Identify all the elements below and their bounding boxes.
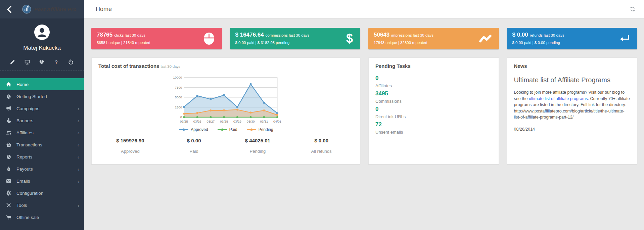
legend-marker-icon: [217, 128, 228, 131]
summary-value: $ 159976.90: [98, 138, 162, 143]
sidebar-item-label: Home: [16, 82, 29, 87]
pencil-icon: [10, 59, 15, 65]
task-count-affiliates[interactable]: 0: [375, 74, 492, 82]
users-icon: [6, 130, 11, 135]
stat-label: impressions last 30 days: [391, 33, 433, 37]
sidebar-item-reports[interactable]: Reports‹: [0, 151, 84, 163]
transactions-chart: 02500500075001000003/2503/2603/2703/2803…: [171, 76, 281, 132]
sidebar-item-transactions[interactable]: Transactions‹: [0, 139, 84, 151]
svg-text:03/28: 03/28: [220, 120, 228, 123]
sidebar-item-tools[interactable]: Tools‹: [0, 199, 84, 211]
svg-text:03/26: 03/26: [193, 120, 201, 123]
user-profile: Matej Kukucka: [0, 18, 84, 52]
svg-text:2500: 2500: [175, 105, 182, 109]
user-avatar: [34, 25, 50, 40]
person-icon: [34, 25, 50, 40]
svg-text:03/31: 03/31: [260, 120, 268, 123]
sidebar-item-affiliates[interactable]: Affiliates‹: [0, 127, 84, 139]
sidebar-item-label: Banners: [16, 118, 33, 123]
news-title: News: [514, 63, 631, 69]
stat-subtext: $ 0.00 paid | $ 0.00 pending: [512, 41, 632, 45]
heartbeat-button[interactable]: [39, 59, 45, 65]
news-date: 08/26/2014: [514, 127, 631, 132]
stat-value: $ 0.00: [512, 32, 528, 38]
stopwatch-icon: [6, 94, 11, 99]
sidebar-nav: HomeGetting StartedCampaigns‹Banners‹Aff…: [0, 78, 84, 223]
stat-label: clicks last 30 days: [114, 33, 145, 37]
monitor-icon: [25, 59, 30, 65]
chart-summary: $ 159976.90Approved$ 0.00Paid$ 44025.01P…: [98, 138, 353, 158]
tools-icon: [6, 202, 11, 208]
sidebar-item-banners[interactable]: Banners‹: [0, 114, 84, 127]
user-name: Matej Kukucka: [0, 44, 84, 52]
task-label: DirecLink URLs: [375, 113, 492, 121]
svg-text:03/30: 03/30: [246, 120, 255, 123]
task-label: Unsent emails: [375, 128, 492, 136]
sidebar-item-emails[interactable]: Emails‹: [0, 175, 84, 187]
stat-cards-row: 78765clicks last 30 days56581 unique | 2…: [91, 28, 637, 49]
pending-tasks-card: Pending Tasks 0Affiliates3495Commissions…: [368, 57, 499, 164]
news-card: News Ultimate list of Affiliate Programs…: [507, 57, 638, 164]
summary-paid: $ 0.00Paid: [162, 138, 226, 154]
app-logo-icon: [22, 5, 31, 14]
monitor-button[interactable]: [24, 59, 30, 65]
legend-marker-icon: [246, 128, 257, 131]
task-count-commissions[interactable]: 3495: [375, 90, 492, 97]
stat-card-commissions: $ 16476.64commissions last 30 days$ 0.00…: [230, 28, 361, 49]
summary-value: $ 0.00: [289, 138, 353, 143]
news-link[interactable]: ultimate list of affiliate programs: [529, 96, 588, 101]
refresh-icon: [630, 6, 635, 12]
main-content: 78765clicks last 30 days56581 unique | 2…: [84, 18, 644, 230]
svg-text:03/25: 03/25: [180, 120, 188, 123]
summary-label: Approved: [98, 149, 162, 154]
sidebar-divider: [0, 71, 84, 71]
legend-item-paid: Paid: [217, 127, 237, 132]
legend-marker-icon: [178, 128, 189, 131]
trend-line-icon: [479, 35, 492, 43]
news-article-title: Ultimate list of Affiliate Programs: [514, 76, 631, 84]
widgets-row: Total cost of transactionslast 30 days 0…: [91, 57, 637, 164]
svg-text:0: 0: [180, 115, 182, 119]
question-icon: ?: [55, 59, 58, 65]
sidebar-item-label: Offline sale: [16, 215, 39, 220]
back-button[interactable]: [7, 6, 11, 13]
return-arrow-icon: [619, 34, 630, 43]
refresh-button[interactable]: [630, 6, 635, 12]
sidebar-item-payouts[interactable]: $Payouts‹: [0, 163, 84, 175]
hand-pointer-icon: [6, 118, 11, 123]
summary-label: Paid: [162, 149, 226, 154]
sidebar-item-offline-sale[interactable]: Offline sale: [0, 211, 84, 223]
legend-label: Pending: [259, 127, 273, 132]
megaphone-icon: [6, 106, 11, 111]
sidebar-item-label: Emails: [16, 179, 30, 184]
sidebar-item-label: Tools: [16, 203, 27, 208]
stat-value: $ 16476.64: [235, 32, 264, 38]
submenu-chevron-icon: ‹: [78, 118, 79, 123]
quick-actions: ?: [0, 52, 84, 65]
summary-all-refunds: $ 0.00All refunds: [289, 138, 353, 154]
basket-icon: [6, 142, 11, 147]
sidebar-item-configuration[interactable]: Configuration: [0, 187, 84, 199]
sidebar-item-label: Getting Started: [16, 94, 47, 99]
stat-card-clicks: 78765clicks last 30 days56581 unique | 2…: [91, 28, 222, 49]
sidebar-item-campaigns[interactable]: Campaigns‹: [0, 102, 84, 114]
task-count-direclink-urls[interactable]: 0: [375, 105, 492, 113]
stat-label: refunds last 30 days: [530, 33, 564, 37]
stat-card-refunds: $ 0.00refunds last 30 days$ 0.00 paid | …: [507, 28, 638, 49]
mouse-icon: [203, 32, 215, 45]
news-article-body: Looking to join more affiliate programs?…: [514, 89, 631, 121]
money-bag-icon: $: [6, 166, 11, 172]
task-label: Affiliates: [375, 82, 492, 90]
stat-value: 78765: [97, 32, 112, 38]
task-count-unsent-emails[interactable]: 72: [375, 121, 492, 128]
sidebar-item-home[interactable]: Home: [0, 78, 84, 90]
pencil-button[interactable]: [9, 59, 15, 65]
sidebar-header: Post Affiliate Pro: [0, 0, 84, 18]
power-button[interactable]: [68, 59, 74, 65]
svg-text:04/01: 04/01: [273, 120, 281, 123]
summary-label: All refunds: [289, 149, 353, 154]
sidebar-item-getting-started[interactable]: Getting Started: [0, 90, 84, 102]
question-button[interactable]: ?: [53, 59, 59, 65]
stat-label: commissions last 30 days: [266, 33, 310, 37]
stat-card-impressions: 50643impressions last 30 days17843 uniqu…: [368, 28, 499, 49]
